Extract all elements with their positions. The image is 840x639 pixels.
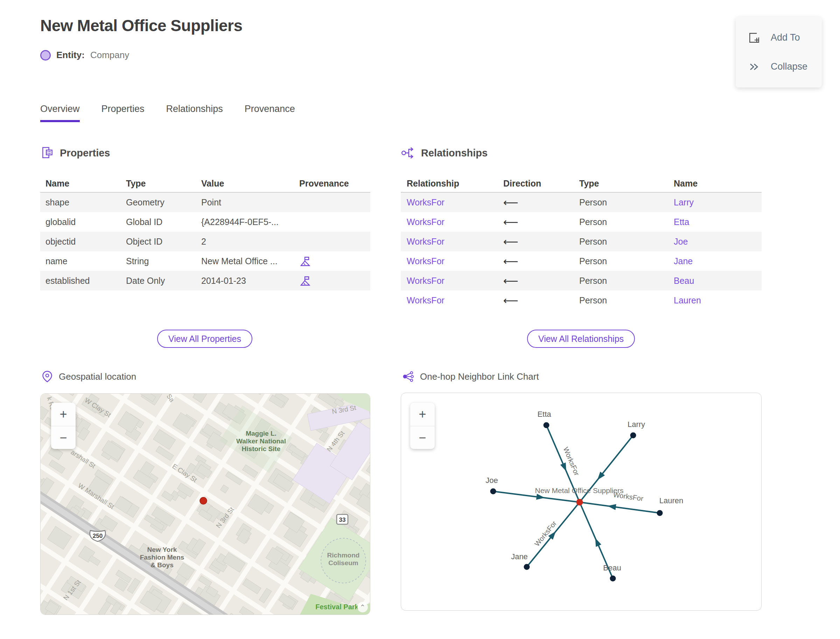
tab-relationships[interactable]: Relationships: [166, 103, 223, 122]
node-jane: [524, 564, 530, 570]
edge-arrowhead: [608, 504, 616, 510]
direction-arrow: ⟵: [503, 216, 579, 228]
center-node-label: New Metal Office Suppliers: [535, 486, 624, 494]
tab-overview[interactable]: Overview: [40, 103, 80, 122]
properties-table-body: shape Geometry Point globalid Global ID …: [40, 192, 370, 291]
entity-type-value: Company: [90, 50, 129, 60]
col-name: Name: [46, 178, 126, 189]
related-entity-link[interactable]: Beau: [674, 276, 762, 286]
relationship-link[interactable]: WorksFor: [407, 197, 503, 208]
geospatial-section-title: Geospatial location: [59, 371, 136, 382]
property-value: 2014-01-23: [201, 276, 299, 286]
direction-arrow: ⟵: [503, 196, 579, 208]
tab-properties[interactable]: Properties: [102, 103, 145, 122]
node-beau: [610, 575, 616, 582]
table-row: WorksFor ⟵ Person Joe: [401, 232, 762, 251]
relationships-section-title: Relationships: [421, 147, 488, 159]
related-entity-link[interactable]: Jane: [674, 256, 762, 266]
col-relationship: Relationship: [407, 178, 503, 189]
chart-zoom-out-button[interactable]: −: [410, 426, 435, 449]
view-all-relationships-button[interactable]: View All Relationships: [527, 330, 635, 348]
svg-text:RichmondColiseum: RichmondColiseum: [327, 552, 360, 567]
related-entity-link[interactable]: Lauren: [674, 296, 762, 305]
property-name: shape: [46, 197, 126, 208]
edge-arrowhead: [536, 494, 545, 500]
map-pin-icon: [41, 370, 53, 383]
link-chart-zoom-control: + −: [410, 403, 435, 449]
table-row: WorksFor ⟵ Person Lauren: [401, 291, 762, 310]
table-row: WorksFor ⟵ Person Beau: [401, 271, 762, 291]
properties-section-header: Properties: [40, 146, 110, 160]
link-chart-canvas[interactable]: WorksForWorksForWorksForNew Metal Office…: [401, 393, 762, 610]
node-label: Larry: [628, 420, 645, 429]
direction-arrow: ⟵: [503, 255, 579, 267]
collapse-button[interactable]: Collapse: [747, 60, 822, 74]
properties-table-header: Name Type Value Provenance: [40, 175, 370, 192]
link-chart-section-title: One-hop Neighbor Link Chart: [420, 371, 539, 382]
property-value: Point: [201, 197, 299, 208]
relationships-icon: [401, 146, 415, 160]
relationships-table-header: Relationship Direction Type Name: [401, 175, 762, 192]
relationship-type: Person: [579, 296, 674, 305]
property-value: 2: [201, 237, 299, 247]
geospatial-section-header: Geospatial location: [41, 370, 136, 383]
related-entity-link[interactable]: Etta: [674, 217, 762, 227]
node-label: Beau: [603, 563, 621, 572]
edge-arrowhead: [560, 463, 566, 471]
map-zoom-in-button[interactable]: +: [51, 403, 76, 426]
map-zoom-out-button[interactable]: −: [51, 426, 76, 449]
entity-type-dot: [40, 50, 51, 60]
table-row: shape Geometry Point: [40, 192, 370, 212]
relationship-link[interactable]: WorksFor: [407, 296, 503, 305]
link-chart-graph: WorksForWorksForWorksForNew Metal Office…: [401, 393, 762, 610]
view-all-properties-button[interactable]: View All Properties: [157, 330, 252, 348]
page-title: New Metal Office Suppliers: [40, 16, 242, 35]
property-type: Date Only: [126, 276, 201, 286]
direction-arrow: ⟵: [503, 235, 579, 248]
relationships-section-header: Relationships: [401, 146, 488, 160]
property-name: objectid: [46, 237, 126, 247]
relationship-link[interactable]: WorksFor: [407, 276, 503, 286]
actions-panel: Add To Collapse: [736, 17, 822, 87]
node-label: Etta: [537, 410, 551, 418]
map-canvas[interactable]: 25033 W Clay Stk RdSaarshall StW Marshal…: [40, 393, 370, 615]
map-zoom-control: + −: [51, 403, 76, 449]
properties-table: Name Type Value Provenance shape Geometr…: [40, 175, 370, 291]
relationship-link[interactable]: WorksFor: [407, 237, 503, 247]
entity-location-marker: [200, 497, 207, 504]
col-name: Name: [674, 178, 762, 189]
node-lauren: [657, 510, 663, 516]
property-name: globalid: [46, 217, 126, 227]
property-value: {A228944F-0EF5-...: [201, 217, 299, 227]
provenance-flag-icon[interactable]: [299, 255, 370, 267]
col-direction: Direction: [503, 178, 579, 189]
svg-text:250: 250: [93, 532, 103, 539]
relationship-link[interactable]: WorksFor: [407, 217, 503, 227]
col-provenance: Provenance: [299, 178, 370, 189]
direction-arrow: ⟵: [503, 275, 579, 287]
col-value: Value: [201, 178, 299, 189]
entity-label: Entity:: [56, 50, 85, 60]
direction-arrow: ⟵: [503, 294, 579, 307]
related-entity-link[interactable]: Joe: [674, 237, 762, 247]
tab-provenance[interactable]: Provenance: [245, 103, 295, 122]
node-label: Jane: [511, 552, 528, 561]
edge-lauren: [580, 502, 660, 513]
map-attribution-toggle[interactable]: ⌃: [357, 602, 368, 612]
route-shield: 33: [337, 514, 348, 524]
relationships-table-body: WorksFor ⟵ Person Larry WorksFor ⟵ Perso…: [401, 192, 762, 310]
relationship-link[interactable]: WorksFor: [407, 256, 503, 266]
table-row: established Date Only 2014-01-23: [40, 271, 370, 291]
svg-text:33: 33: [339, 517, 346, 523]
table-row: name String New Metal Office ...: [40, 251, 370, 271]
add-to-button[interactable]: Add To: [747, 31, 822, 45]
property-name: established: [46, 276, 126, 286]
relationship-type: Person: [579, 217, 674, 227]
table-row: objectid Object ID 2: [40, 232, 370, 251]
node-label: Lauren: [659, 496, 684, 505]
col-type: Type: [579, 178, 674, 189]
provenance-flag-icon[interactable]: [299, 275, 370, 287]
chart-zoom-in-button[interactable]: +: [410, 403, 435, 426]
related-entity-link[interactable]: Larry: [674, 197, 762, 208]
tab-bar: Overview Properties Relationships Proven…: [40, 103, 295, 122]
